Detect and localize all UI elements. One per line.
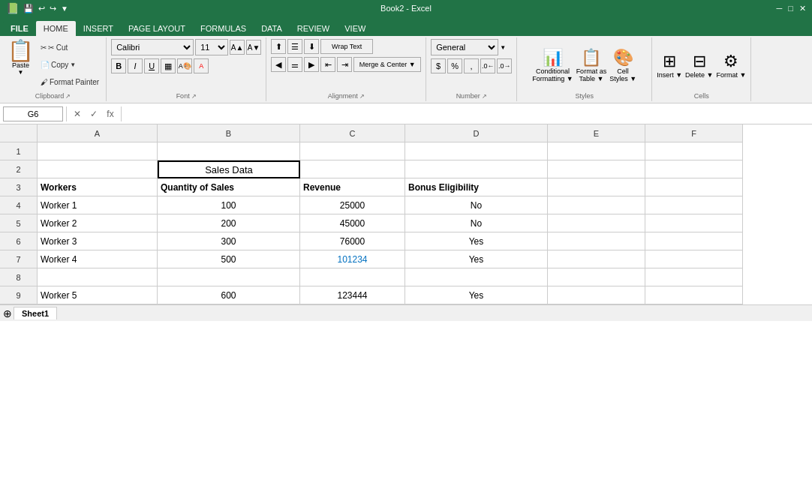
quick-redo[interactable]: ↪: [50, 4, 56, 14]
align-right-btn[interactable]: ▶: [304, 57, 319, 72]
font-size-select[interactable]: 11: [195, 39, 228, 56]
wrap-text-btn[interactable]: Wrap Text: [320, 39, 373, 54]
font-decrease-btn[interactable]: A▼: [246, 40, 261, 55]
cell-d1[interactable]: [405, 142, 548, 160]
align-middle-btn[interactable]: ☰: [287, 39, 302, 54]
cell-b7[interactable]: 500: [158, 250, 300, 268]
font-name-select[interactable]: Calibri: [111, 39, 194, 56]
cell-c2[interactable]: [300, 160, 405, 178]
cell-f8[interactable]: [645, 268, 743, 286]
quick-undo[interactable]: ↩: [38, 4, 45, 14]
row-header-9[interactable]: 9: [0, 286, 38, 304]
cell-f7[interactable]: [645, 250, 743, 268]
cell-b3[interactable]: Quantity of Sales: [158, 178, 300, 196]
close-btn[interactable]: ✕: [799, 4, 806, 14]
sheet-tab-1[interactable]: Sheet1: [14, 307, 57, 320]
col-header-f[interactable]: F: [645, 124, 743, 142]
font-expand-icon[interactable]: ↗: [191, 93, 197, 100]
add-sheet-btn[interactable]: ⊕: [3, 308, 12, 320]
tab-page-layout[interactable]: PAGE LAYOUT: [121, 21, 193, 36]
underline-button[interactable]: U: [144, 58, 159, 74]
increase-decimal-btn[interactable]: .0→: [497, 58, 512, 74]
cell-c5[interactable]: 45000: [300, 214, 405, 232]
name-box[interactable]: [3, 106, 63, 122]
cell-e4[interactable]: [548, 196, 645, 214]
font-color-button[interactable]: A: [194, 58, 209, 74]
quick-save[interactable]: 💾: [23, 4, 34, 14]
tab-insert[interactable]: INSERT: [76, 21, 121, 36]
format-btn[interactable]: ⚙ Format ▼: [717, 52, 747, 79]
cell-a1[interactable]: [38, 142, 158, 160]
row-header-6[interactable]: 6: [0, 232, 38, 250]
cell-f9[interactable]: [645, 286, 743, 304]
tab-file[interactable]: FILE: [3, 21, 36, 36]
font-increase-btn[interactable]: A▲: [230, 40, 245, 55]
row-header-8[interactable]: 8: [0, 268, 38, 286]
cell-a3[interactable]: Workers: [38, 178, 158, 196]
cell-c8[interactable]: [300, 268, 405, 286]
formula-input[interactable]: [125, 106, 809, 122]
increase-indent-btn[interactable]: ⇥: [337, 57, 352, 72]
cell-f5[interactable]: [645, 214, 743, 232]
cell-c6[interactable]: 76000: [300, 232, 405, 250]
copy-dropdown[interactable]: ▼: [70, 62, 76, 68]
tab-review[interactable]: REVIEW: [290, 21, 337, 36]
paste-dropdown[interactable]: ▼: [18, 69, 24, 76]
cell-d5[interactable]: No: [405, 214, 548, 232]
number-group-expand-icon[interactable]: ↗: [482, 93, 487, 100]
cell-f3[interactable]: [645, 178, 743, 196]
cut-button[interactable]: ✂ ✂ Cut: [38, 43, 101, 52]
currency-btn[interactable]: $: [431, 58, 446, 74]
align-center-btn[interactable]: ⚌: [287, 57, 302, 72]
bold-button[interactable]: B: [111, 58, 126, 74]
row-header-4[interactable]: 4: [0, 196, 38, 214]
col-header-a[interactable]: A: [38, 124, 158, 142]
cell-a2[interactable]: [38, 160, 158, 178]
cell-b2[interactable]: Sales Data: [158, 160, 300, 178]
row-header-1[interactable]: 1: [0, 142, 38, 160]
cell-f4[interactable]: [645, 196, 743, 214]
clipboard-expand-icon[interactable]: ↗: [65, 93, 71, 100]
cell-f6[interactable]: [645, 232, 743, 250]
insert-btn[interactable]: ⊞ Insert ▼: [657, 52, 682, 79]
confirm-formula-btn[interactable]: ✓: [86, 106, 101, 122]
cell-b8[interactable]: [158, 268, 300, 286]
cell-c7[interactable]: 101234: [300, 250, 405, 268]
cell-e3[interactable]: [548, 178, 645, 196]
tab-formulas[interactable]: FORMULAS: [193, 21, 254, 36]
cell-e2[interactable]: [548, 160, 645, 178]
cell-c4[interactable]: 25000: [300, 196, 405, 214]
number-format-select[interactable]: General: [431, 39, 498, 56]
paste-button[interactable]: 📋 Paste ▼: [5, 39, 37, 91]
col-header-c[interactable]: C: [300, 124, 405, 142]
cell-a6[interactable]: Worker 3: [38, 232, 158, 250]
cell-e7[interactable]: [548, 250, 645, 268]
cell-b4[interactable]: 100: [158, 196, 300, 214]
insert-function-btn[interactable]: fx: [103, 106, 118, 122]
cell-a9[interactable]: Worker 5: [38, 286, 158, 304]
cell-f1[interactable]: [645, 142, 743, 160]
cancel-formula-btn[interactable]: ✕: [70, 106, 85, 122]
row-header-5[interactable]: 5: [0, 214, 38, 232]
format-painter-button[interactable]: 🖌 Format Painter: [38, 77, 101, 87]
percent-btn[interactable]: %: [447, 58, 462, 74]
cell-e1[interactable]: [548, 142, 645, 160]
merge-center-btn[interactable]: Merge & Center ▼: [353, 57, 421, 72]
maximize-btn[interactable]: □: [788, 4, 793, 14]
cell-d3[interactable]: Bonus Eligibility: [405, 178, 548, 196]
cell-d2[interactable]: [405, 160, 548, 178]
cell-e5[interactable]: [548, 214, 645, 232]
fill-color-button[interactable]: A🎨: [177, 58, 192, 74]
col-header-e[interactable]: E: [548, 124, 645, 142]
cell-e8[interactable]: [548, 268, 645, 286]
cell-b6[interactable]: 300: [158, 232, 300, 250]
col-header-b[interactable]: B: [158, 124, 300, 142]
cell-d4[interactable]: No: [405, 196, 548, 214]
decrease-decimal-btn[interactable]: .0←: [480, 58, 495, 74]
row-header-3[interactable]: 3: [0, 178, 38, 196]
align-top-btn[interactable]: ⬆: [271, 39, 286, 54]
cell-e9[interactable]: [548, 286, 645, 304]
decrease-indent-btn[interactable]: ⇤: [320, 57, 335, 72]
cell-a5[interactable]: Worker 2: [38, 214, 158, 232]
format-as-table-btn[interactable]: 📋 Format asTable ▼: [576, 48, 607, 82]
